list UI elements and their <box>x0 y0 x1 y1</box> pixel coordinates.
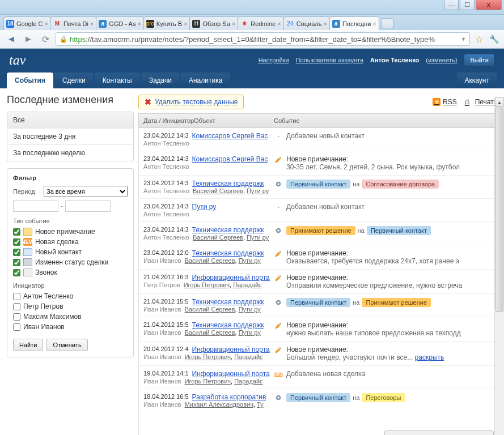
event-object-link[interactable]: Информационный порта <box>192 274 270 282</box>
tab-close-icon[interactable]: × <box>276 20 281 27</box>
page-scrollbar[interactable]: ▲ ▼ <box>494 97 504 435</box>
event-list[interactable]: 23.04.2012 14:3Комиссаров Сергей Вас Ант… <box>138 128 497 435</box>
event-sub-link[interactable]: Парадайс <box>233 282 261 288</box>
window-close[interactable]: X <box>476 0 502 10</box>
tab-tasks[interactable]: Задачи <box>141 72 180 88</box>
tasks-bar[interactable]: Задачи на день Все задачи <box>384 430 494 435</box>
browser-tab[interactable]: HОбзор Sa× <box>189 16 238 30</box>
url-input[interactable]: 🔒 https://tav.amocrm.ru/private/notes/?p… <box>56 32 470 46</box>
event-sub-link[interactable]: Пути ру <box>247 187 269 194</box>
tab-close-icon[interactable]: × <box>135 20 141 27</box>
event-sub-link[interactable]: Василий Сергеев <box>193 234 243 241</box>
account-users-link[interactable]: Пользователи аккаунта <box>296 57 363 63</box>
logout-button[interactable]: Выйти <box>464 54 495 66</box>
rss-link[interactable]: ⦿RSS <box>433 98 457 106</box>
event-sub-link[interactable]: Пути ру <box>239 257 261 264</box>
tab-close-icon[interactable]: × <box>321 20 327 27</box>
event-sub-link[interactable]: Парадайс <box>234 353 262 360</box>
scroll-up-button[interactable]: ▲ <box>495 97 504 107</box>
event-object-link[interactable]: Техническая поддержк <box>192 249 264 257</box>
back-button[interactable]: ◄ <box>5 32 18 46</box>
chk-deal[interactable] <box>13 238 20 246</box>
date-from-input[interactable] <box>13 201 58 212</box>
event-type-icon <box>274 321 283 330</box>
url-dropdown-icon[interactable]: ▼ <box>459 36 466 42</box>
change-user-link[interactable]: (изменить) <box>426 57 457 63</box>
chk-contact[interactable] <box>13 249 20 256</box>
date-to-input[interactable] <box>65 201 111 212</box>
browser-tab[interactable]: aПоследни× <box>329 16 379 30</box>
tab-account[interactable]: Аккаунт <box>457 72 497 88</box>
event-object-link[interactable]: Техническая поддержк <box>192 298 264 306</box>
event-object-link[interactable]: Техническая поддержк <box>192 180 264 187</box>
event-sub-link[interactable]: Василий Сергеев <box>185 257 235 264</box>
chk-initiator[interactable] <box>13 323 20 331</box>
quick-filter-3days[interactable]: За последние 3 дня <box>7 128 133 144</box>
event-object-link[interactable]: Комиссаров Сергей Вас <box>192 132 268 140</box>
reload-button[interactable]: ⟳ <box>39 32 52 46</box>
status-tag: Первичный контакт <box>286 393 350 402</box>
window-maximize[interactable]: ☐ <box>460 0 475 10</box>
tab-contacts[interactable]: Контакты <box>95 72 140 88</box>
event-row: 21.04.2012 15:5Техническая поддержк Иван… <box>139 317 497 341</box>
event-sub-link[interactable]: Ту <box>257 401 264 408</box>
browser-tab[interactable]: 24Социаль× <box>283 16 330 30</box>
tab-close-icon[interactable]: × <box>43 20 48 27</box>
event-sub-link[interactable]: Парадайс <box>234 378 262 385</box>
forward-button[interactable]: ► <box>22 32 35 46</box>
status-tag: Переговоры <box>362 393 405 402</box>
find-button[interactable]: Найти <box>13 339 43 351</box>
event-sub-link[interactable]: Василий Сергеев <box>193 187 243 194</box>
event-sub-link[interactable]: Пути ру <box>239 306 261 313</box>
event-object-link[interactable]: Техническая поддержк <box>192 226 264 234</box>
event-object-link[interactable]: Информационный порта <box>192 370 270 378</box>
period-select[interactable]: За все время <box>44 186 128 197</box>
chk-initiator[interactable] <box>13 293 20 300</box>
tab-deals[interactable]: Сделки <box>54 72 94 88</box>
tab-close-icon[interactable]: × <box>371 20 376 27</box>
chk-status[interactable] <box>13 259 20 266</box>
event-sub-link[interactable]: Игорь Петрович <box>184 282 230 288</box>
tab-close-icon[interactable]: × <box>88 20 94 27</box>
print-link[interactable]: ⎙Печать <box>465 98 497 106</box>
event-title: Новое примечание: <box>286 249 492 257</box>
browser-tab[interactable]: ✱Redmine× <box>238 16 283 30</box>
settings-wrench-icon[interactable]: 🔧 <box>488 33 499 45</box>
chk-initiator[interactable] <box>13 303 20 310</box>
event-sub-link[interactable]: Василий Сергеев <box>185 306 235 313</box>
browser-tab[interactable]: aGGD - As× <box>96 16 144 30</box>
tab-events[interactable]: События <box>7 72 53 88</box>
note-icon <box>23 228 32 236</box>
quick-filter-all[interactable]: Все <box>7 112 133 128</box>
chk-call[interactable] <box>13 269 20 276</box>
event-sub-link[interactable]: Игорь Петрович <box>185 378 231 385</box>
cancel-button[interactable]: Отменить <box>46 339 87 351</box>
event-sub-link[interactable]: Пути ру <box>239 329 261 336</box>
event-sub-link[interactable]: Михаил Александрович <box>185 401 253 408</box>
tab-close-icon[interactable]: × <box>230 20 235 27</box>
event-object-link[interactable]: Пути ру <box>192 203 217 211</box>
event-object-link[interactable]: Комиссаров Сергей Вас <box>192 155 268 163</box>
settings-link[interactable]: Настройки <box>259 57 289 63</box>
window-minimize[interactable]: — <box>444 0 459 10</box>
chk-note[interactable] <box>13 228 20 236</box>
tab-close-icon[interactable]: × <box>182 20 187 27</box>
new-tab-button[interactable] <box>381 18 393 28</box>
expand-link[interactable]: раскрыть <box>415 353 444 361</box>
event-object-link[interactable]: Техническая поддержк <box>192 321 264 329</box>
quick-filter-week[interactable]: За последнюю неделю <box>7 144 133 161</box>
scroll-thumb[interactable] <box>495 108 503 312</box>
browser-tab[interactable]: 18Google C× <box>3 16 51 30</box>
tab-analytics[interactable]: Аналитика <box>181 72 230 88</box>
event-sub-link[interactable]: Пути ру <box>247 234 269 241</box>
bookmark-star-icon[interactable]: ☆ <box>473 33 485 45</box>
browser-tab[interactable]: MПочта Di× <box>50 16 96 30</box>
delete-test-data-link[interactable]: Удалить тестовые данные <box>155 98 238 106</box>
event-object-link[interactable]: Информационный порта <box>192 346 270 353</box>
close-icon[interactable]: ✖ <box>145 97 151 106</box>
event-sub-link[interactable]: Игорь Петрович <box>185 353 231 360</box>
browser-tab[interactable]: proКупить В× <box>143 16 190 30</box>
event-sub-link[interactable]: Василий Сергеев <box>185 329 235 336</box>
event-object-link[interactable]: Разработка корпоратив <box>192 393 266 401</box>
chk-initiator[interactable] <box>13 313 20 321</box>
